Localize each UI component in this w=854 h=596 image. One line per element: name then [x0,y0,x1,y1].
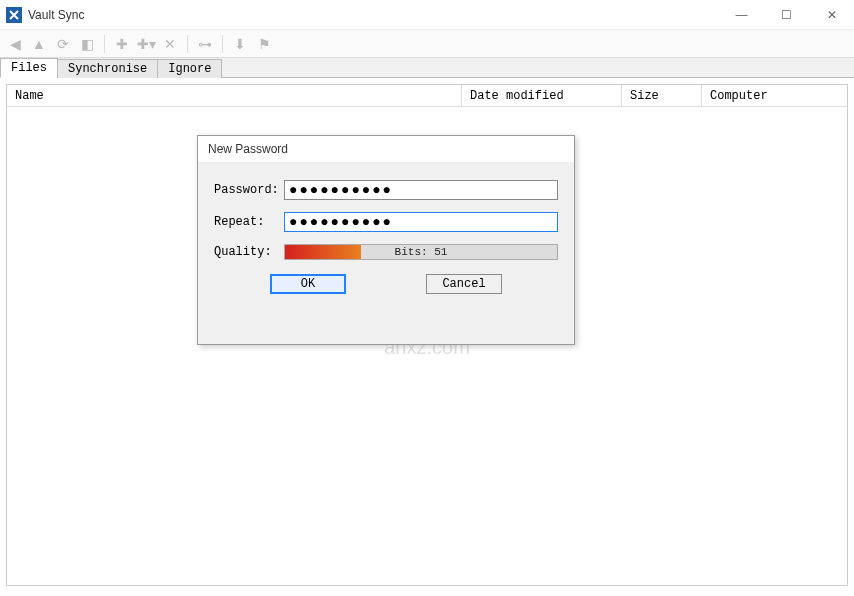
titlebar: Vault Sync — ☐ ✕ [0,0,854,30]
column-name[interactable]: Name [7,85,462,106]
tag-icon[interactable]: ◧ [78,35,96,53]
separator [187,35,188,53]
separator [222,35,223,53]
list-header: Name Date modified Size Computer [7,85,847,107]
close-button[interactable]: ✕ [809,0,854,30]
maximize-button[interactable]: ☐ [764,0,809,30]
column-date[interactable]: Date modified [462,85,622,106]
window-title: Vault Sync [28,8,84,22]
up-icon[interactable]: ▲ [30,35,48,53]
window-controls: — ☐ ✕ [719,0,854,30]
tabs: Files Synchronise Ignore [0,58,854,78]
refresh-icon[interactable]: ⟳ [54,35,72,53]
separator [104,35,105,53]
tab-synchronise[interactable]: Synchronise [57,59,158,78]
quality-bits-text: Bits: 51 [395,246,448,258]
quality-label: Quality: [214,245,284,259]
add-icon[interactable]: ✚ [113,35,131,53]
toolbar: ◀ ▲ ⟳ ◧ ✚ ✚▾ ✕ ⊶ ⬇ ⚑ [0,30,854,58]
app-icon [6,7,22,23]
repeat-label: Repeat: [214,215,284,229]
quality-meter: Bits: 51 [284,244,558,260]
add-down-icon[interactable]: ✚▾ [137,35,155,53]
column-size[interactable]: Size [622,85,702,106]
tab-ignore[interactable]: Ignore [157,59,222,78]
password-label: Password: [214,183,284,197]
key-icon[interactable]: ⊶ [196,35,214,53]
cancel-button[interactable]: Cancel [426,274,502,294]
repeat-input[interactable] [284,212,558,232]
password-input[interactable] [284,180,558,200]
new-password-dialog: New Password Password: Repeat: Quality: … [197,135,575,345]
quality-fill [285,245,361,259]
column-computer[interactable]: Computer [702,85,847,106]
ok-button[interactable]: OK [270,274,346,294]
tab-files[interactable]: Files [0,58,58,78]
down-icon[interactable]: ⬇ [231,35,249,53]
dialog-title: New Password [198,136,574,162]
delete-icon[interactable]: ✕ [161,35,179,53]
back-icon[interactable]: ◀ [6,35,24,53]
dialog-body: Password: Repeat: Quality: Bits: 51 OK C… [198,162,574,304]
minimize-button[interactable]: — [719,0,764,30]
flag-icon[interactable]: ⚑ [255,35,273,53]
